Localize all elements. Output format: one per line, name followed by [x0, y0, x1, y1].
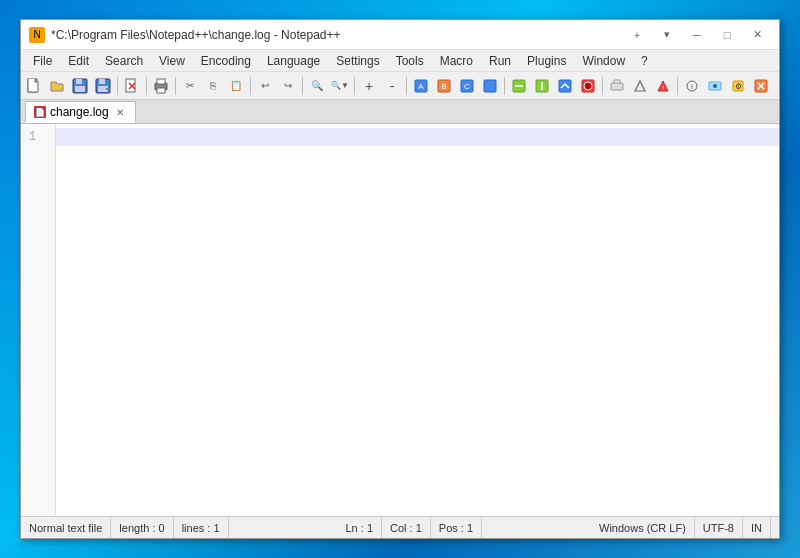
- tb-copy[interactable]: ⎘: [202, 75, 224, 97]
- status-bar: Normal text file length : 0 lines : 1 Ln…: [21, 516, 779, 538]
- tb-sep-9: [602, 77, 603, 95]
- menu-language[interactable]: Language: [259, 50, 328, 71]
- menu-file[interactable]: File: [25, 50, 60, 71]
- tb-find[interactable]: 🔍: [306, 75, 328, 97]
- tb-btn-13[interactable]: [704, 75, 726, 97]
- status-length: length : 0: [111, 517, 173, 538]
- tb-print[interactable]: [150, 75, 172, 97]
- svg-text:B: B: [441, 82, 446, 91]
- menu-view[interactable]: View: [151, 50, 193, 71]
- tb-btn-11[interactable]: !: [652, 75, 674, 97]
- tb-sep-3: [175, 77, 176, 95]
- svg-point-36: [713, 84, 717, 88]
- menu-encoding[interactable]: Encoding: [193, 50, 259, 71]
- tb-sep-10: [677, 77, 678, 95]
- tb-close[interactable]: [121, 75, 143, 97]
- svg-rect-21: [484, 80, 496, 92]
- tab-file-icon: 📄: [34, 106, 46, 118]
- menu-edit[interactable]: Edit: [60, 50, 97, 71]
- tb-btn-1[interactable]: A: [410, 75, 432, 97]
- tb-btn-12[interactable]: i: [681, 75, 703, 97]
- tb-sep-5: [302, 77, 303, 95]
- menu-plugins[interactable]: Plugins: [519, 50, 574, 71]
- tb-btn-15[interactable]: [750, 75, 772, 97]
- tb-sep-7: [406, 77, 407, 95]
- tb-find-next[interactable]: 🔍▼: [329, 75, 351, 97]
- maximize-button[interactable]: □: [713, 25, 741, 45]
- tab-label: change.log: [50, 105, 109, 119]
- menu-run[interactable]: Run: [481, 50, 519, 71]
- line-number: 1: [29, 128, 51, 146]
- app-icon: N: [29, 27, 45, 43]
- menu-window[interactable]: Window: [574, 50, 633, 71]
- menu-settings[interactable]: Settings: [328, 50, 387, 71]
- tab-change-log[interactable]: 📄 change.log ✕: [25, 101, 136, 123]
- tb-undo[interactable]: ↩: [254, 75, 276, 97]
- tb-open[interactable]: [46, 75, 68, 97]
- tb-zoom-in[interactable]: +: [358, 75, 380, 97]
- menu-search[interactable]: Search: [97, 50, 151, 71]
- tb-btn-7[interactable]: [554, 75, 576, 97]
- tb-btn-6[interactable]: [531, 75, 553, 97]
- tb-btn-9[interactable]: [606, 75, 628, 97]
- plus-button[interactable]: +: [623, 25, 651, 45]
- tb-redo[interactable]: ↪: [277, 75, 299, 97]
- tb-btn-2[interactable]: B: [433, 75, 455, 97]
- tb-btn-10[interactable]: [629, 75, 651, 97]
- tb-save-all[interactable]: [92, 75, 114, 97]
- tb-zoom-out[interactable]: -: [381, 75, 403, 97]
- menu-tools[interactable]: Tools: [388, 50, 432, 71]
- editor-content[interactable]: [56, 124, 779, 516]
- menu-bar: File Edit Search View Encoding Language …: [21, 50, 779, 72]
- chevron-button[interactable]: ▾: [653, 25, 681, 45]
- line-numbers: 1: [21, 124, 56, 516]
- window-title: *C:\Program Files\Notepad++\change.log -…: [51, 28, 341, 42]
- tb-sep-6: [354, 77, 355, 95]
- tb-sep-1: [117, 77, 118, 95]
- status-ln: Ln : 1: [338, 517, 383, 538]
- menu-help[interactable]: ?: [633, 50, 656, 71]
- menu-macro[interactable]: Macro: [432, 50, 481, 71]
- status-lines: lines : 1: [174, 517, 229, 538]
- tb-save[interactable]: [69, 75, 91, 97]
- svg-rect-4: [75, 86, 85, 92]
- svg-marker-30: [635, 81, 645, 91]
- tb-cut[interactable]: ✂: [179, 75, 201, 97]
- status-ins: IN: [743, 517, 771, 538]
- tab-bar: 📄 change.log ✕: [21, 100, 779, 124]
- svg-text:C: C: [464, 82, 470, 91]
- tb-sep-8: [504, 77, 505, 95]
- svg-rect-6: [99, 79, 105, 84]
- svg-point-28: [584, 82, 592, 90]
- tb-sep-2: [146, 77, 147, 95]
- title-controls: + ▾ ─ □ ✕: [623, 25, 771, 45]
- svg-rect-14: [157, 88, 165, 93]
- status-pos: Pos : 1: [431, 517, 482, 538]
- svg-rect-26: [559, 80, 571, 92]
- svg-text:⚙: ⚙: [735, 82, 742, 91]
- tb-btn-4[interactable]: [479, 75, 501, 97]
- status-file-type: Normal text file: [29, 517, 111, 538]
- tb-btn-5[interactable]: [508, 75, 530, 97]
- status-line-endings: Windows (CR LF): [591, 517, 695, 538]
- tb-paste[interactable]: 📋: [225, 75, 247, 97]
- tab-close-button[interactable]: ✕: [113, 105, 127, 119]
- status-col: Col : 1: [382, 517, 431, 538]
- notepad-window: N *C:\Program Files\Notepad++\change.log…: [20, 19, 780, 539]
- svg-text:i: i: [691, 82, 693, 91]
- tb-btn-14[interactable]: ⚙: [727, 75, 749, 97]
- tb-btn-3[interactable]: C: [456, 75, 478, 97]
- status-encoding: UTF-8: [695, 517, 743, 538]
- title-bar-left: N *C:\Program Files\Notepad++\change.log…: [29, 27, 341, 43]
- editor-container: 1: [21, 124, 779, 516]
- toolbar: ✂ ⎘ 📋 ↩ ↪ 🔍 🔍▼ + - A B C ! i: [21, 72, 779, 100]
- svg-rect-29: [611, 83, 623, 90]
- minimize-button[interactable]: ─: [683, 25, 711, 45]
- svg-rect-3: [76, 79, 82, 84]
- tb-btn-8[interactable]: [577, 75, 599, 97]
- tb-new[interactable]: [23, 75, 45, 97]
- active-line-highlight: [56, 128, 779, 146]
- svg-rect-13: [157, 79, 165, 84]
- close-button[interactable]: ✕: [743, 25, 771, 45]
- svg-text:A: A: [418, 82, 424, 91]
